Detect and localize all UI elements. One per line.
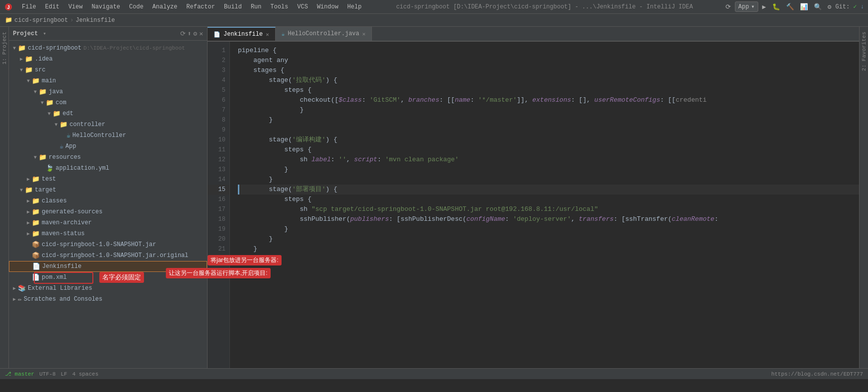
external-libs-icon: 📚 — [18, 284, 26, 292]
tree-item-scratches[interactable]: ▶ ✏️ Scratches and Consoles — [9, 294, 207, 305]
tree-item-main[interactable]: ▼ 📁 main — [9, 75, 207, 86]
panel-dropdown-icon[interactable]: ▾ — [43, 30, 46, 37]
status-tab: 4 spaces — [72, 371, 98, 377]
breadcrumb-sep: › — [70, 17, 73, 24]
menu-tools[interactable]: Tools — [267, 2, 292, 11]
tab-jenkinsfile-close[interactable]: ✕ — [266, 31, 269, 38]
tree-item-target[interactable]: ▼ 📁 target — [9, 185, 207, 196]
menu-view[interactable]: View — [65, 2, 87, 11]
panel-title: Project — [13, 30, 38, 37]
tab-bar: 📄 Jenkinsfile ✕ ☕ HelloController.java ✕ — [208, 27, 859, 42]
menu-edit[interactable]: Edit — [41, 2, 64, 11]
tree-label-idea: .idea — [35, 56, 53, 63]
tree-item-com[interactable]: ▼ 📁 com — [9, 97, 207, 108]
folder-icon-target: 📁 — [25, 186, 33, 194]
menu-build[interactable]: Build — [220, 2, 246, 11]
panel-header: Project ▾ ⟳ ⬆ ⚙ ✕ — [9, 27, 207, 41]
menu-analyze[interactable]: Analyze — [148, 2, 181, 11]
ln-7: 7 — [208, 105, 229, 115]
status-url: https://blog.csdn.net/EDT777 — [771, 371, 863, 377]
tree-label-src: src — [35, 66, 46, 73]
tree-item-jar-original[interactable]: ▶ 📦 cicd-springboot-1.0-SNAPSHOT.jar.ori… — [9, 250, 207, 261]
menu-vcs[interactable]: VCS — [293, 2, 312, 11]
tab-hellocontroller-icon: ☕ — [282, 31, 285, 37]
tree-item-jenkinsfile[interactable]: ▶ 📄 Jenkinsfile — [9, 261, 207, 272]
menu-window[interactable]: Window — [313, 2, 342, 11]
ln-15: 15 — [208, 185, 229, 195]
jenkinsfile-icon: 📄 — [32, 262, 40, 270]
menu-code[interactable]: Code — [125, 2, 147, 11]
tree-item-controller[interactable]: ▼ 📁 controller — [9, 119, 207, 130]
ln-3: 3 — [208, 65, 229, 75]
panel-sync-icon[interactable]: ⟳ — [180, 30, 186, 38]
ln-9: 9 — [208, 125, 229, 135]
code-line-13: } — [238, 165, 859, 175]
ln-4: 4 — [208, 75, 229, 85]
tree-item-maven-status[interactable]: ▶ 📁 maven-status — [9, 228, 207, 239]
build-button[interactable]: 🔨 — [784, 2, 796, 12]
tree-item-src[interactable]: ▼ 📁 src — [9, 65, 207, 75]
code-line-21: } — [238, 244, 859, 254]
ln-13: 13 — [208, 165, 229, 175]
code-line-1: pipeline { — [238, 46, 859, 56]
breadcrumb-project[interactable]: cicd-springboot — [14, 17, 68, 24]
tab-hellocontroller-close[interactable]: ✕ — [362, 31, 366, 37]
tree-item-pomxml[interactable]: ▶ 📄 pom.xml — [9, 272, 207, 283]
menu-run[interactable]: Run — [247, 2, 266, 11]
tree-item-app[interactable]: ▶ ☕ App — [9, 141, 207, 152]
ln-17: 17 — [208, 204, 229, 214]
code-lines[interactable]: pipeline { agent any stages { stage('拉取代… — [230, 42, 859, 368]
tree-item-test[interactable]: ▶ 📁 test — [9, 174, 207, 185]
tree-item-classes[interactable]: ▶ 📁 classes — [9, 196, 207, 206]
favorites-tab[interactable]: 2: Favorites — [860, 29, 868, 74]
folder-icon-maven-archiver: 📁 — [32, 219, 40, 227]
folder-icon-java: 📁 — [39, 88, 47, 96]
coverage-button[interactable]: 📊 — [798, 2, 810, 12]
panel-gear-icon[interactable]: ⚙ — [193, 30, 197, 38]
sidebar-item-project[interactable]: 1: Project — [0, 29, 8, 67]
tree-item-resources[interactable]: ▼ 📁 resources — [9, 152, 207, 163]
editor-area: 📄 Jenkinsfile ✕ ☕ HelloController.java ✕… — [208, 27, 859, 368]
code-editor[interactable]: 1 2 3 4 5 6 7 8 9 10 11 12 13 14 15 16 1 — [208, 42, 859, 368]
tree-label-appyml: application.yml — [56, 165, 109, 172]
code-line-6: checkout([$class: 'GitSCM', branches: [[… — [238, 95, 859, 105]
run-button[interactable]: ▶ — [760, 2, 768, 12]
tree-item-maven-archiver[interactable]: ▶ 📁 maven-archiver — [9, 217, 207, 228]
tree-item-idea[interactable]: ▶ 📁 .idea — [9, 54, 207, 65]
tree-label-java: java — [49, 88, 63, 95]
git-status: Git: ✓ ↓ — [835, 3, 864, 10]
tree-item-jar[interactable]: ▶ 📦 cicd-springboot-1.0-SNAPSHOT.jar — [9, 239, 207, 250]
menu-refactor[interactable]: Refactor — [182, 2, 219, 11]
search-everywhere-button[interactable]: 🔍 — [812, 2, 824, 12]
main-layout: 1: Project Project ▾ ⟳ ⬆ ⚙ ✕ ▼ 📁 cicd-sp… — [0, 27, 868, 368]
ln-11: 11 — [208, 145, 229, 155]
tree-item-edt[interactable]: ▼ 📁 edt — [9, 108, 207, 119]
code-line-8: } — [238, 115, 859, 125]
tab-jenkinsfile[interactable]: 📄 Jenkinsfile ✕ — [208, 27, 276, 41]
status-bar: ⎇ master UTF-8 LF 4 spaces https://blog.… — [0, 368, 868, 379]
settings-button[interactable]: ⚙ — [826, 2, 834, 12]
menu-navigate[interactable]: Navigate — [87, 2, 124, 11]
folder-icon-main: 📁 — [32, 77, 40, 85]
tree-item-generated-sources[interactable]: ▶ 📁 generated-sources — [9, 206, 207, 217]
ln-12: 12 — [208, 155, 229, 165]
ln-2: 2 — [208, 56, 229, 65]
tree-item-java[interactable]: ▼ 📁 java — [9, 86, 207, 97]
menu-file[interactable]: File — [18, 2, 40, 11]
panel-collapse-icon[interactable]: ⬆ — [188, 30, 192, 38]
menu-help[interactable]: Help — [343, 2, 365, 11]
sync-button[interactable]: ⟳ — [723, 2, 733, 12]
tree-item-appyml[interactable]: ▶ 🍃 application.yml — [9, 163, 207, 174]
tree-item-hellocontroller[interactable]: ▶ ☕ HelloController — [9, 130, 207, 141]
tree-label-edt: edt — [63, 110, 73, 117]
tab-hellocontroller[interactable]: ☕ HelloController.java ✕ — [276, 27, 372, 41]
breadcrumb-file[interactable]: Jenkinsfile — [75, 17, 115, 24]
tree-item-external-libs[interactable]: ▶ 📚 External Libraries — [9, 283, 207, 294]
debug-button[interactable]: 🐛 — [770, 2, 782, 12]
app-file-icon: ☕ — [60, 142, 64, 150]
tree-item-root[interactable]: ▼ 📁 cicd-springboot D:\IDEA-Project\cicd… — [9, 43, 207, 54]
panel-close-icon[interactable]: ✕ — [199, 30, 203, 38]
tree-label-app: App — [66, 143, 76, 150]
app-config-dropdown[interactable]: App ▾ — [735, 1, 758, 12]
code-line-16: steps { — [238, 195, 859, 204]
